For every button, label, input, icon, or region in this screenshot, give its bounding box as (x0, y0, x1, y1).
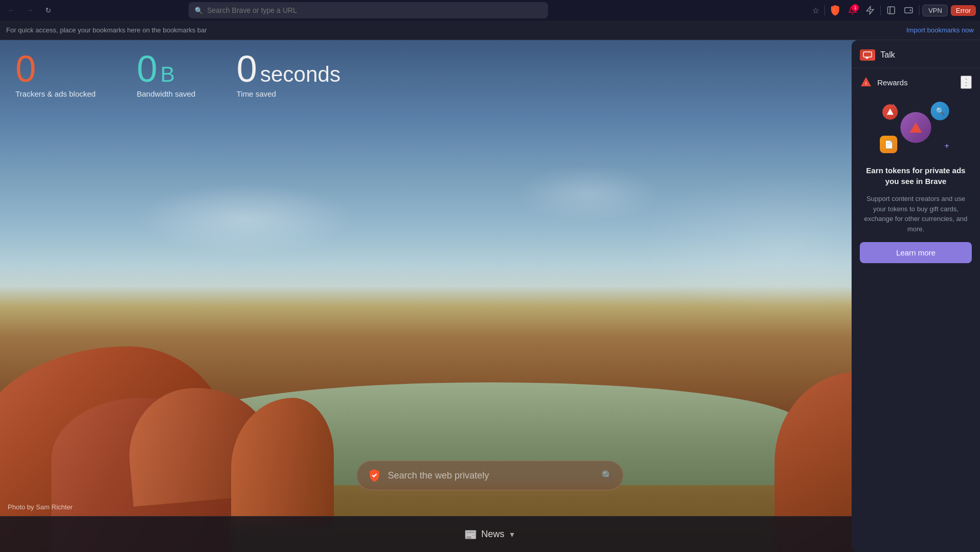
address-bar[interactable]: 🔍 (189, 2, 548, 19)
address-search-icon: 🔍 (195, 7, 203, 14)
svg-marker-0 (867, 7, 874, 14)
search-section: Search the web privately 🔍 (356, 461, 624, 490)
bat-token-illustration: ✦ ✦ + 🔍 📄 (880, 99, 952, 156)
talk-section: Talk (852, 40, 980, 68)
bat-center (900, 112, 931, 143)
bandwidth-value-row: 0 B (137, 50, 195, 87)
news-chevron-icon: ▼ (508, 530, 516, 539)
divider (824, 5, 825, 15)
time-suffix: seconds (260, 62, 340, 87)
time-label: Time saved (236, 89, 340, 98)
orbit-search: 🔍 (931, 102, 949, 120)
rewards-subtext: Support content creators and use your to… (852, 191, 980, 242)
rock-formation-5 (231, 398, 334, 526)
learn-more-button[interactable]: Learn more (860, 242, 972, 263)
photo-credit: Photo by Sam Richter (8, 503, 72, 511)
stat-trackers: 0 Trackers & ads blocked (15, 50, 96, 98)
wallet-button[interactable] (901, 3, 916, 17)
bat-circle (900, 112, 931, 143)
bookmarks-hint: For quick access, place your bookmarks h… (6, 26, 903, 34)
rewards-panel: Talk ! Rewards ⋮ ✦ ✦ + 🔍 📄 (852, 40, 980, 552)
svg-text:!: ! (865, 81, 867, 86)
time-value-row: 0 seconds (236, 50, 340, 87)
back-button[interactable]: ← (4, 3, 18, 17)
rewards-icon: ! (860, 76, 872, 88)
rewards-headline: Earn tokens for private ads you see in B… (852, 161, 980, 191)
notification-badge: 1 (852, 4, 859, 11)
bottom-bar: 📰 News ▼ Customize (0, 516, 980, 552)
rock-formation-4 (124, 381, 277, 507)
notifications-button[interactable]: 1 (845, 3, 860, 17)
rewards-more-button[interactable]: ⋮ (960, 76, 972, 89)
forward-button[interactable]: → (23, 3, 37, 17)
trackers-label: Trackers & ads blocked (15, 89, 96, 98)
search-bar[interactable]: Search the web privately 🔍 (356, 461, 624, 490)
news-label: News (481, 529, 504, 540)
time-value: 0 (236, 50, 257, 87)
search-placeholder: Search the web privately (388, 470, 595, 481)
browser-actions: ☆ 1 (810, 3, 976, 17)
rewards-header: ! Rewards ⋮ (852, 68, 980, 94)
talk-label: Talk (880, 50, 895, 60)
svg-rect-1 (888, 7, 895, 14)
sidebar-toggle-button[interactable] (884, 3, 898, 17)
rewards-label: Rewards (877, 78, 908, 87)
stat-bandwidth: 0 B Bandwidth saved (137, 50, 195, 98)
divider-2 (880, 5, 881, 15)
divider-3 (919, 5, 919, 15)
orbit-brave (882, 104, 898, 120)
import-bookmarks-link[interactable]: Import bookmarks now (907, 26, 974, 34)
address-input[interactable] (207, 6, 542, 14)
browser-chrome: ← → ↻ 🔍 ☆ 1 (0, 0, 980, 40)
svg-rect-11 (863, 52, 872, 57)
stat-time: 0 seconds Time saved (236, 50, 340, 98)
bookmarks-bar: For quick access, place your bookmarks h… (0, 21, 980, 40)
error-button[interactable]: Error (951, 5, 976, 16)
stats-section: 0 Trackers & ads blocked 0 B Bandwidth s… (15, 50, 341, 98)
leo-button[interactable] (863, 3, 877, 17)
search-brave-icon (367, 468, 382, 483)
vpn-button[interactable]: VPN (922, 5, 948, 16)
tab-bar: ← → ↻ 🔍 ☆ 1 (0, 0, 980, 21)
news-button[interactable]: 📰 News ▼ (456, 524, 524, 545)
orbit-doc: 📄 (880, 136, 897, 153)
bandwidth-label: Bandwidth saved (137, 89, 195, 98)
bookmark-icon[interactable]: ☆ (810, 4, 821, 17)
bat-triangle (910, 122, 922, 133)
rewards-illustration: ✦ ✦ + 🔍 📄 (852, 94, 980, 161)
trackers-value: 0 (15, 50, 96, 87)
bandwidth-value: 0 (137, 50, 157, 87)
reload-button[interactable]: ↻ (41, 3, 55, 17)
bandwidth-suffix: B (160, 62, 175, 87)
svg-point-4 (910, 10, 911, 11)
sparkle-3: + (945, 141, 949, 151)
news-icon: 📰 (464, 528, 477, 541)
talk-icon (860, 49, 875, 61)
main-content: 0 Trackers & ads blocked 0 B Bandwidth s… (0, 40, 980, 552)
brave-shield-button[interactable] (828, 3, 842, 17)
search-icon: 🔍 (601, 470, 613, 481)
rewards-left: ! Rewards (860, 76, 908, 88)
svg-marker-14 (887, 108, 893, 115)
